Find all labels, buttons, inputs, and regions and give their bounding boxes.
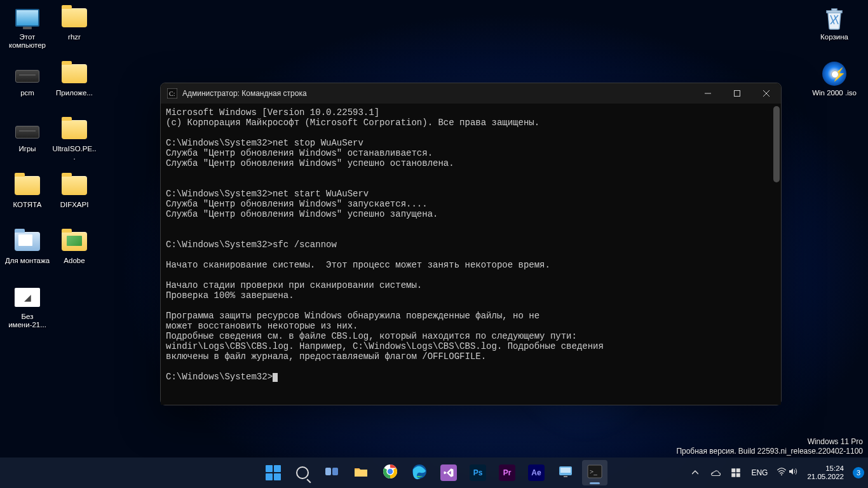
volume-icon [788, 466, 798, 479]
onedrive-icon[interactable] [707, 460, 724, 485]
desktop-icon-label: Игры [18, 145, 36, 153]
desktop-icon-label: Приложе... [56, 89, 93, 97]
desktop-icon-rhzr[interactable]: rhzr [51, 4, 98, 41]
imgfolder-icon [60, 227, 88, 255]
minimize-button[interactable] [693, 83, 722, 104]
network-sound-tray[interactable] [774, 460, 801, 485]
desktop-icon-label: КОТЯТА [13, 201, 42, 209]
monitor-icon [13, 4, 41, 32]
windows-update-icon[interactable] [727, 460, 745, 485]
tray-overflow-button[interactable] [686, 460, 704, 485]
desktop-icon-difxapi[interactable]: DIFXAPI [51, 172, 98, 209]
taskbar-visualstudio-button[interactable] [436, 460, 461, 485]
maximize-button[interactable] [722, 83, 752, 104]
taskbar-taskview-button[interactable] [319, 460, 344, 485]
desktop-icon-без-имени-21...[interactable]: Без имени-21... [4, 283, 51, 329]
desktop-icon-этот-компьютер[interactable]: Этот компьютер [4, 4, 51, 50]
svg-rect-13 [560, 468, 571, 473]
desktop-icon-label: rhzr [68, 33, 81, 41]
taskbar-monitor-app-button[interactable] [553, 460, 578, 485]
system-tray: ENG 15:24 21.05.2022 3 [686, 460, 864, 485]
taskbar-start-button[interactable] [261, 460, 286, 485]
desktop-icon-label: Adobe [64, 257, 85, 265]
watermark-build: Пробная версия. Build 22593.ni_release.2… [676, 447, 863, 456]
svg-rect-17 [732, 468, 736, 472]
svg-point-21 [781, 474, 782, 475]
desktop-icon-label: Этот компьютер [4, 33, 50, 50]
desktop-icon-label: UltraISO.PE... [51, 145, 97, 161]
clock-date: 21.05.2022 [807, 473, 844, 481]
desktop-icon-pcm[interactable]: pcm [4, 60, 51, 97]
desktop-icon-ultraiso.pe...[interactable]: UltraISO.PE... [51, 116, 98, 161]
drive-icon [13, 116, 41, 144]
folder-icon [60, 4, 88, 32]
svg-rect-18 [736, 468, 740, 472]
svg-text:>_: >_ [590, 468, 597, 475]
taskbar-edge-button[interactable] [407, 460, 432, 485]
folder-icon [60, 60, 88, 88]
window-titlebar[interactable]: C: Администратор: Командная строка [161, 83, 781, 104]
taskbar-aftereffects-button[interactable]: Ae [524, 460, 549, 485]
desktop-icon-label: Без имени-21... [4, 313, 50, 329]
svg-text:C:: C: [169, 90, 175, 97]
taskbar-chrome-button[interactable] [377, 460, 403, 485]
svg-rect-3 [735, 91, 740, 97]
terminal-output: Microsoft Windows [Version 10.0.22593.1]… [166, 107, 604, 362]
folder-icon [60, 116, 88, 144]
desktop-icon-для-монтажа[interactable]: Для монтажа [4, 227, 51, 265]
disc-icon: ⚡ [820, 60, 848, 88]
svg-rect-20 [736, 473, 740, 477]
watermark-edition: Windows 11 Pro [676, 437, 863, 447]
desktop-icon-win-2000-.iso[interactable]: ⚡Win 2000 .iso [811, 60, 858, 97]
desktop-icon-label: pcm [20, 89, 34, 97]
taskbar-clock[interactable]: 15:24 21.05.2022 [803, 464, 848, 481]
desktop-icon-label: Win 2000 .iso [812, 89, 857, 97]
window-title: Администратор: Командная строка [182, 89, 693, 98]
taskbar-explorer-button[interactable] [348, 460, 374, 485]
svg-rect-6 [325, 468, 331, 475]
activation-watermark: Windows 11 Pro Пробная версия. Build 225… [676, 437, 863, 456]
desktop-icon-label: DIFXAPI [60, 201, 89, 209]
clock-time: 15:24 [807, 464, 844, 473]
desktop-icon-игры[interactable]: Игры [4, 116, 51, 153]
svg-rect-19 [732, 473, 736, 477]
desktop-icon-котята[interactable]: КОТЯТА [4, 172, 51, 209]
command-prompt-window[interactable]: C: Администратор: Командная строка Micro… [160, 83, 782, 405]
desktop-icon-label: Корзина [820, 33, 848, 41]
notification-badge[interactable]: 3 [853, 467, 864, 478]
taskbar-photoshop-button[interactable]: Ps [465, 460, 491, 485]
folder-icon [60, 172, 88, 200]
language-indicator[interactable]: ENG [747, 468, 771, 477]
cmd-icon: C: [167, 88, 177, 98]
terminal-prompt: C:\Windows\System32> [166, 372, 273, 382]
desktop-icon-приложе...[interactable]: Приложе... [51, 60, 98, 97]
close-button[interactable] [752, 83, 781, 104]
terminal-body[interactable]: Microsoft Windows [Version 10.0.22593.1]… [161, 104, 781, 405]
taskbar-search-button[interactable] [290, 460, 315, 485]
drive-icon [13, 60, 41, 88]
taskbar: PsPrAe>_ ENG 15:24 21.05.2022 3 [0, 458, 868, 488]
desktop-icon-label: Для монтажа [5, 257, 50, 265]
svg-rect-7 [332, 468, 338, 475]
desktop-icon-корзина[interactable]: Корзина [811, 4, 858, 41]
docfolder-icon [13, 227, 41, 255]
taskbar-cmd-button[interactable]: >_ [582, 460, 607, 485]
bmp-icon [13, 283, 41, 311]
desktop-icon-adobe[interactable]: Adobe [51, 227, 98, 265]
terminal-cursor [273, 373, 278, 382]
wifi-icon [776, 466, 787, 479]
svg-rect-14 [564, 476, 567, 477]
scrollbar-thumb[interactable] [773, 106, 780, 182]
taskbar-center: PsPrAe>_ [261, 460, 607, 485]
folder-icon [13, 172, 41, 200]
recycle-icon [820, 4, 848, 32]
taskbar-premiere-button[interactable]: Pr [494, 460, 520, 485]
